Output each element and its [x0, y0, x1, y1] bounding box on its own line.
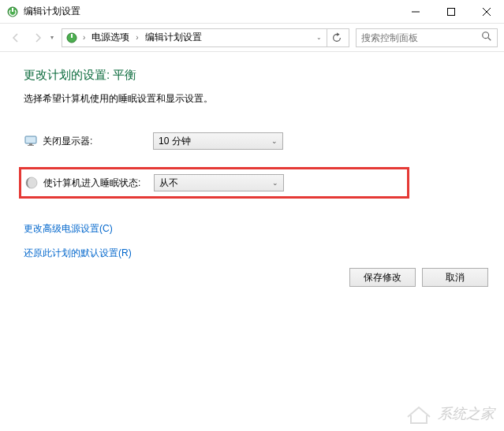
- chevron-down-icon: ⌄: [272, 179, 278, 187]
- refresh-button[interactable]: [327, 29, 345, 46]
- sleep-select[interactable]: 从不 ⌄: [154, 174, 284, 191]
- search-icon[interactable]: [481, 31, 492, 44]
- breadcrumb-item[interactable]: 编辑计划设置: [142, 29, 205, 46]
- sleep-value: 从不: [159, 176, 178, 190]
- svg-rect-12: [28, 145, 34, 146]
- display-off-select[interactable]: 10 分钟 ⌄: [153, 132, 283, 150]
- svg-rect-7: [71, 34, 73, 38]
- history-dropdown-icon[interactable]: ▾: [50, 34, 54, 41]
- cancel-button[interactable]: 取消: [422, 268, 488, 287]
- svg-rect-10: [25, 136, 36, 143]
- navbar: ▾ › 电源选项 › 编辑计划设置 ⌄: [0, 24, 504, 52]
- restore-defaults-link[interactable]: 还原此计划的默认设置(R): [24, 247, 480, 260]
- chevron-right-icon[interactable]: ›: [134, 33, 140, 42]
- chevron-right-icon[interactable]: ›: [81, 33, 87, 42]
- svg-rect-1: [12, 8, 13, 12]
- save-button[interactable]: 保存修改: [349, 268, 416, 287]
- setting-row-display: 关闭显示器: 10 分钟 ⌄: [24, 129, 480, 153]
- monitor-icon: [24, 134, 38, 148]
- address-bar[interactable]: › 电源选项 › 编辑计划设置 ⌄: [62, 28, 349, 47]
- search-input[interactable]: [361, 32, 481, 43]
- window-title: 编辑计划设置: [24, 5, 398, 18]
- page-description: 选择希望计算机使用的睡眠设置和显示设置。: [24, 92, 480, 106]
- sleep-label: 使计算机进入睡眠状态:: [43, 176, 154, 190]
- svg-rect-11: [29, 143, 32, 145]
- breadcrumb: › 电源选项 › 编辑计划设置: [81, 29, 312, 46]
- setting-row-sleep: 使计算机进入睡眠状态: 从不 ⌄: [19, 167, 409, 199]
- power-options-icon: [65, 32, 78, 44]
- svg-rect-3: [447, 8, 454, 15]
- watermark-logo-icon: [405, 403, 433, 425]
- display-off-label: 关闭显示器:: [43, 135, 153, 148]
- svg-point-8: [483, 32, 489, 39]
- content-area: 更改计划的设置: 平衡 选择希望计算机使用的睡眠设置和显示设置。 关闭显示器: …: [0, 52, 504, 287]
- window-controls: [398, 0, 504, 24]
- chevron-down-icon: ⌄: [271, 137, 278, 145]
- moon-icon: [24, 176, 39, 190]
- titlebar: 编辑计划设置: [0, 0, 504, 24]
- minimize-button[interactable]: [398, 0, 433, 24]
- advanced-settings-link[interactable]: 更改高级电源设置(C): [24, 222, 480, 236]
- maximize-button[interactable]: [433, 0, 469, 24]
- close-button[interactable]: [469, 0, 504, 24]
- display-off-value: 10 分钟: [159, 135, 191, 148]
- search-box[interactable]: [356, 28, 498, 47]
- button-bar: 保存修改 取消: [349, 268, 488, 287]
- links-section: 更改高级电源设置(C) 还原此计划的默认设置(R): [24, 222, 480, 260]
- breadcrumb-item[interactable]: 电源选项: [88, 29, 133, 46]
- back-button[interactable]: [6, 28, 25, 47]
- forward-button[interactable]: [28, 28, 47, 47]
- chevron-down-icon[interactable]: ⌄: [312, 34, 327, 41]
- page-title: 更改计划的设置: 平衡: [24, 68, 480, 83]
- watermark-text: 系统之家: [438, 404, 495, 423]
- svg-line-9: [488, 38, 491, 41]
- power-options-icon: [6, 6, 19, 18]
- watermark: 系统之家: [405, 403, 495, 425]
